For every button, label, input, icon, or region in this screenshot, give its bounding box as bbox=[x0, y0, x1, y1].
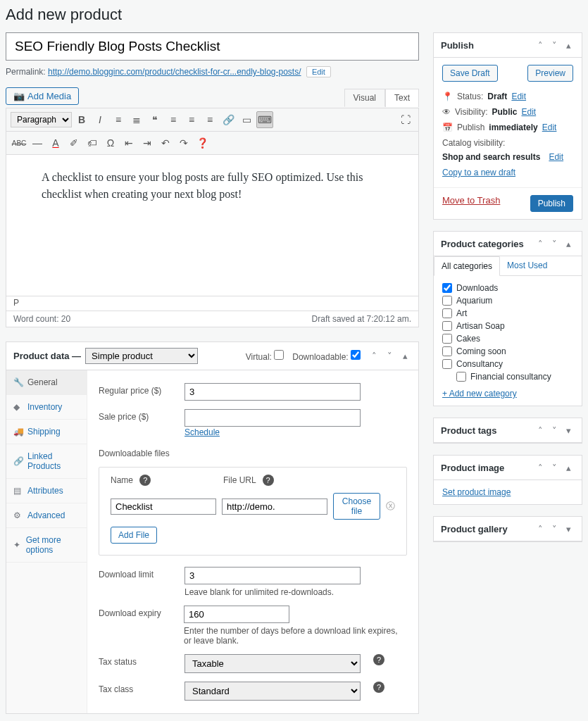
more-icon[interactable]: ▭ bbox=[238, 111, 255, 128]
tax-class-select[interactable]: Standard bbox=[184, 682, 361, 701]
chevron-down-icon[interactable]: ˅ bbox=[548, 461, 561, 474]
add-category-link[interactable]: + Add new category bbox=[442, 389, 517, 399]
pd-tab-getmore[interactable]: ✦Get more options bbox=[6, 528, 87, 563]
tab-text[interactable]: Text bbox=[385, 89, 419, 107]
gallery-box-title: Product gallery bbox=[441, 524, 508, 534]
tax-status-select[interactable]: Taxable bbox=[184, 654, 361, 673]
move-to-trash-link[interactable]: Move to Trash bbox=[442, 195, 500, 212]
category-item[interactable]: Financial consultancy bbox=[442, 370, 573, 383]
chevron-up-icon[interactable]: ˄ bbox=[534, 424, 546, 437]
product-title-input[interactable] bbox=[6, 32, 419, 61]
edit-visibility-link[interactable]: Edit bbox=[521, 107, 536, 117]
virtual-check[interactable]: Virtual: bbox=[246, 350, 284, 362]
permalink-url[interactable]: http://demo.blogginc.com/product/checkli… bbox=[48, 67, 301, 77]
pd-tab-shipping[interactable]: 🚚Shipping bbox=[6, 420, 87, 444]
collapse-icon[interactable]: ▴ bbox=[399, 350, 411, 363]
textcolor-icon[interactable]: A bbox=[47, 134, 64, 151]
image-box-title: Product image bbox=[441, 463, 504, 473]
category-item[interactable]: Artisan Soap bbox=[442, 320, 573, 332]
product-type-select[interactable]: Simple product bbox=[85, 348, 198, 364]
download-limit-input[interactable] bbox=[184, 567, 361, 584]
special-char-icon[interactable]: Ω bbox=[102, 134, 119, 151]
collapse-icon[interactable]: ▴ bbox=[562, 39, 575, 51]
dl-url-input[interactable] bbox=[222, 499, 327, 515]
pd-tab-general[interactable]: 🔧General bbox=[6, 370, 87, 395]
chevron-down-icon[interactable]: ˅ bbox=[548, 522, 561, 535]
media-icon: 📷 bbox=[13, 91, 25, 101]
edit-publish-link[interactable]: Edit bbox=[542, 123, 557, 132]
indent-icon[interactable]: ⇥ bbox=[139, 134, 156, 151]
chevron-down-icon[interactable]: ˅ bbox=[383, 350, 396, 363]
edit-status-link[interactable]: Edit bbox=[511, 92, 526, 101]
fullscreen-icon[interactable]: ⛶ bbox=[397, 111, 414, 128]
align-right-icon[interactable]: ≡ bbox=[201, 111, 218, 128]
undo-icon[interactable]: ↶ bbox=[157, 134, 174, 151]
category-item[interactable]: Aquarium bbox=[442, 294, 573, 307]
edit-catalog-link[interactable]: Edit bbox=[549, 152, 563, 162]
chevron-down-icon[interactable]: ˅ bbox=[548, 424, 561, 437]
publish-button[interactable]: Publish bbox=[530, 195, 573, 212]
preview-button[interactable]: Preview bbox=[527, 65, 573, 82]
dl-name-input[interactable] bbox=[111, 499, 216, 515]
chevron-up-icon[interactable]: ˄ bbox=[368, 350, 380, 363]
number-list-icon[interactable]: ≣ bbox=[128, 111, 145, 128]
quote-icon[interactable]: ❝ bbox=[146, 111, 163, 128]
hr-icon[interactable]: — bbox=[29, 134, 46, 151]
bullet-list-icon[interactable]: ≡ bbox=[110, 111, 127, 128]
redo-icon[interactable]: ↷ bbox=[175, 134, 192, 151]
pd-tab-inventory[interactable]: ◆Inventory bbox=[6, 395, 87, 420]
clear-format-icon[interactable]: ✐ bbox=[65, 134, 82, 151]
category-item[interactable]: Consultancy bbox=[442, 358, 573, 370]
set-product-image-link[interactable]: Set product image bbox=[442, 487, 511, 497]
edit-slug-button[interactable]: Edit bbox=[306, 66, 331, 77]
choose-file-button[interactable]: Choose file bbox=[333, 493, 380, 520]
chevron-up-icon[interactable]: ˄ bbox=[534, 237, 546, 250]
pd-tab-linked[interactable]: 🔗Linked Products bbox=[6, 444, 87, 479]
tab-visual[interactable]: Visual bbox=[344, 89, 385, 107]
help-icon[interactable]: ? bbox=[263, 475, 274, 486]
chevron-up-icon[interactable]: ˄ bbox=[534, 39, 546, 51]
paste-icon[interactable]: 🏷 bbox=[84, 134, 101, 151]
collapse-icon[interactable]: ▾ bbox=[562, 522, 575, 535]
pd-tab-advanced[interactable]: ⚙Advanced bbox=[6, 503, 87, 528]
copy-draft-link[interactable]: Copy to a new draft bbox=[442, 168, 515, 177]
toolbar-toggle-icon[interactable]: ⌨ bbox=[256, 111, 273, 128]
category-item[interactable]: Cakes bbox=[442, 332, 573, 345]
bold-icon[interactable]: B bbox=[73, 111, 90, 128]
cat-tab-most[interactable]: Most Used bbox=[500, 256, 554, 275]
help-icon[interactable]: ? bbox=[373, 682, 384, 693]
collapse-icon[interactable]: ▴ bbox=[562, 237, 575, 250]
add-media-button[interactable]: 📷Add Media bbox=[6, 87, 79, 105]
outdent-icon[interactable]: ⇤ bbox=[120, 134, 137, 151]
cat-tab-all[interactable]: All categories bbox=[434, 256, 500, 276]
chevron-up-icon[interactable]: ˄ bbox=[534, 522, 546, 535]
italic-icon[interactable]: I bbox=[92, 111, 108, 128]
chevron-up-icon[interactable]: ˄ bbox=[534, 461, 546, 474]
chevron-down-icon[interactable]: ˅ bbox=[548, 237, 561, 250]
sale-price-label: Sale price ($) bbox=[99, 409, 176, 422]
add-file-button[interactable]: Add File bbox=[111, 527, 157, 544]
collapse-icon[interactable]: ▾ bbox=[562, 424, 575, 437]
format-select[interactable]: Paragraph bbox=[11, 112, 72, 127]
help-icon[interactable]: ? bbox=[139, 475, 151, 486]
category-item[interactable]: Downloads bbox=[442, 282, 573, 294]
align-left-icon[interactable]: ≡ bbox=[165, 111, 182, 128]
schedule-link[interactable]: Schedule bbox=[184, 427, 220, 437]
category-item[interactable]: Art bbox=[442, 307, 573, 320]
regular-price-input[interactable] bbox=[184, 383, 361, 401]
save-draft-button[interactable]: Save Draft bbox=[442, 65, 498, 82]
category-item[interactable]: Coming soon bbox=[442, 345, 573, 358]
align-center-icon[interactable]: ≡ bbox=[183, 111, 200, 128]
delete-file-icon[interactable]: ⓧ bbox=[386, 500, 395, 513]
strike-icon[interactable]: ABC bbox=[11, 134, 27, 151]
downloadable-check[interactable]: Downloadable: bbox=[292, 350, 361, 362]
collapse-icon[interactable]: ▴ bbox=[562, 461, 575, 474]
link-icon[interactable]: 🔗 bbox=[220, 111, 237, 128]
help-icon[interactable]: ❓ bbox=[194, 134, 211, 151]
editor-content[interactable]: A checklist to ensure your blog posts ar… bbox=[6, 155, 418, 296]
help-icon[interactable]: ? bbox=[373, 654, 384, 665]
download-expiry-input[interactable] bbox=[184, 606, 289, 623]
chevron-down-icon[interactable]: ˅ bbox=[548, 39, 561, 51]
pd-tab-attributes[interactable]: ▤Attributes bbox=[6, 479, 87, 503]
sale-price-input[interactable] bbox=[184, 409, 361, 427]
